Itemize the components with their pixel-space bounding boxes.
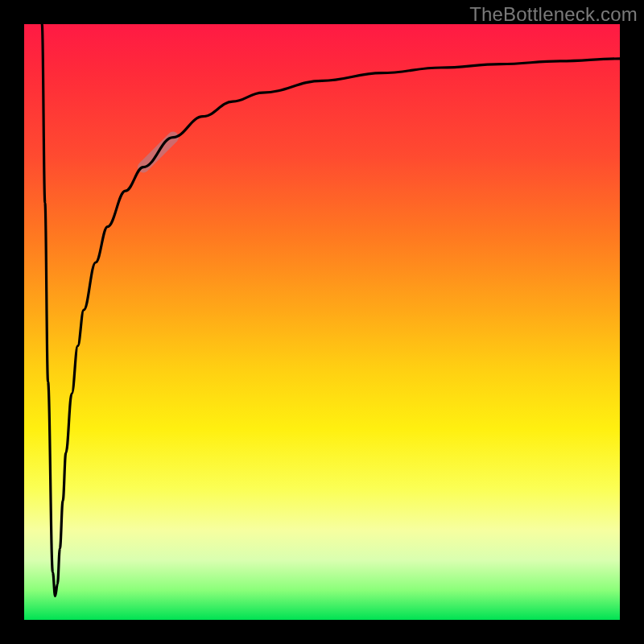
plot-area xyxy=(24,24,620,620)
watermark-text: TheBottleneck.com xyxy=(469,3,638,26)
curve-svg xyxy=(24,24,620,620)
bottleneck-curve xyxy=(42,24,620,596)
chart-frame: TheBottleneck.com xyxy=(0,0,644,644)
